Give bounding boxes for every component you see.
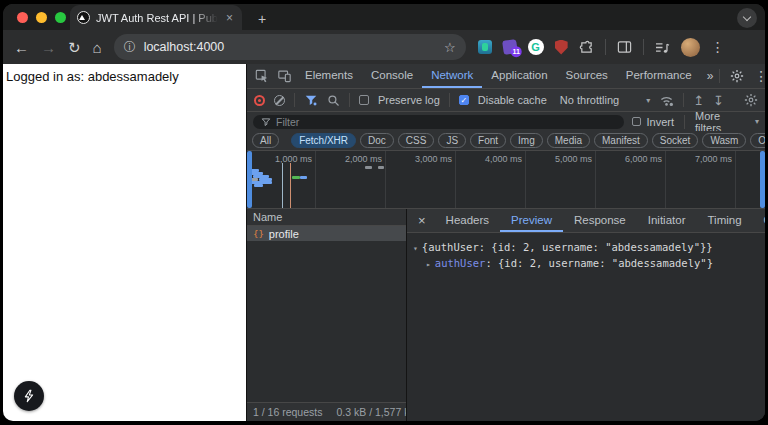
overview-event-marker <box>290 163 291 208</box>
chip-doc[interactable]: Doc <box>360 133 394 148</box>
chip-media[interactable]: Media <box>547 133 590 148</box>
overview-left-handle[interactable] <box>247 151 252 208</box>
toolbar-divider <box>684 115 685 129</box>
shield-extension-icon[interactable] <box>555 40 568 55</box>
chip-manifest[interactable]: Manifest <box>594 133 648 148</box>
tab-application[interactable]: Application <box>482 64 556 88</box>
more-tabs-button[interactable]: » <box>701 69 720 83</box>
overview-right-handle[interactable] <box>760 151 765 208</box>
chip-wasm[interactable]: Wasm <box>702 133 746 148</box>
search-icon[interactable] <box>327 94 340 107</box>
new-tab-button[interactable]: + <box>253 11 271 27</box>
profile-avatar[interactable] <box>681 38 700 57</box>
dev-toolbar-button[interactable] <box>14 381 44 411</box>
filter-funnel-icon[interactable] <box>304 93 318 107</box>
toolbar-divider <box>683 93 684 107</box>
throttling-select[interactable]: No throttling <box>560 94 619 106</box>
preview-line-1[interactable]: ▾{authUser: {id: 2, username: "abdessama… <box>413 240 759 256</box>
record-network-log-button[interactable] <box>254 95 265 106</box>
home-button[interactable]: ⌂ <box>93 40 102 55</box>
browser-window: JWT Auth Rest API | Public Pa × + ← → ↻ … <box>3 4 765 421</box>
network-main: Name {} profile 1 / 16 requests 0.3 kB /… <box>247 209 765 421</box>
detail-tab-response[interactable]: Response <box>563 209 637 232</box>
reload-button[interactable]: ↻ <box>68 40 81 55</box>
url-text[interactable]: localhost:4000 <box>144 40 436 54</box>
import-har-icon[interactable]: ↧ <box>713 93 724 108</box>
toolbar-divider <box>719 69 720 83</box>
extension-teal-icon[interactable] <box>478 40 492 54</box>
overview-gridline <box>595 151 596 208</box>
page-message: Logged in as: abdessamadely <box>6 69 243 84</box>
triangle-down-icon[interactable]: ▾ <box>413 244 418 253</box>
chip-other[interactable]: Other <box>750 133 765 148</box>
detail-tab-initiator[interactable]: Initiator <box>637 209 697 232</box>
devtools-menu-icon[interactable]: ⋮ <box>754 68 765 84</box>
inspect-element-icon[interactable] <box>255 69 269 83</box>
reading-list-icon[interactable] <box>617 40 632 54</box>
chip-css[interactable]: CSS <box>398 133 435 148</box>
network-conditions-icon[interactable] <box>659 94 674 107</box>
back-button[interactable]: ← <box>14 40 29 55</box>
devtools-tab-bar: ElementsConsoleNetworkApplicationSources… <box>247 64 765 89</box>
zoom-window-button[interactable] <box>55 12 66 23</box>
chip-js[interactable]: JS <box>438 133 466 148</box>
chip-socket[interactable]: Socket <box>652 133 699 148</box>
xhr-type-icon: {} <box>253 229 264 239</box>
grammarly-icon[interactable]: G <box>528 39 544 55</box>
tab-performance[interactable]: Performance <box>617 64 701 88</box>
chip-font[interactable]: Font <box>470 133 506 148</box>
tab-network[interactable]: Network <box>422 64 482 88</box>
network-overview[interactable]: 1,000 ms2,000 ms3,000 ms4,000 ms5,000 ms… <box>247 151 765 209</box>
overview-request-bar <box>378 166 384 169</box>
overview-gridline <box>665 151 666 208</box>
media-controls-icon[interactable] <box>655 41 670 54</box>
preserve-log-checkbox[interactable] <box>359 95 369 105</box>
chip-fetchxhr[interactable]: Fetch/XHR <box>291 133 356 148</box>
browser-menu-icon[interactable]: ⋮ <box>711 39 725 55</box>
tab-overflow-button[interactable] <box>737 8 757 28</box>
close-detail-icon[interactable]: × <box>409 213 435 228</box>
tab-title: JWT Auth Rest API | Public Pa <box>96 12 218 24</box>
toolbar-divider <box>605 39 606 55</box>
name-column-header[interactable]: Name <box>247 209 406 226</box>
preview-body: ▾{authUser: {id: 2, username: "abdessama… <box>407 233 765 279</box>
invert-checkbox[interactable] <box>632 117 641 126</box>
more-filters-button[interactable]: More filters <box>695 110 749 134</box>
tab-sources[interactable]: Sources <box>557 64 617 88</box>
address-bar[interactable]: ⓘ localhost:4000 ☆ <box>114 34 466 60</box>
extensions-puzzle-icon[interactable] <box>579 40 594 55</box>
tab-close-icon[interactable]: × <box>224 11 235 25</box>
overview-request-bar <box>365 166 372 169</box>
filter-input[interactable]: Filter <box>253 115 624 129</box>
tab-console[interactable]: Console <box>362 64 422 88</box>
device-toolbar-icon[interactable] <box>277 69 292 83</box>
detail-tab-timing[interactable]: Timing <box>696 209 752 232</box>
minimize-window-button[interactable] <box>36 12 47 23</box>
extension-purple-icon[interactable]: 11 <box>502 39 518 55</box>
network-settings-gear-icon[interactable] <box>744 93 758 107</box>
settings-gear-icon[interactable] <box>730 69 744 83</box>
tab-favicon-icon <box>77 11 90 24</box>
detail-tab-cookies[interactable]: Cookies <box>753 209 765 232</box>
request-name: profile <box>269 228 299 240</box>
disable-cache-checkbox[interactable]: ✓ <box>459 95 469 105</box>
toolbar-divider <box>643 39 644 55</box>
preview-line-2[interactable]: ▸authUser: {id: 2, username: "abdessamad… <box>426 256 759 272</box>
chip-img[interactable]: Img <box>510 133 543 148</box>
bookmark-star-icon[interactable]: ☆ <box>444 40 456 55</box>
browser-tab[interactable]: JWT Auth Rest API | Public Pa × <box>70 5 242 30</box>
detail-tab-headers[interactable]: Headers <box>435 209 500 232</box>
clear-network-log-button[interactable] <box>274 95 285 106</box>
tab-elements[interactable]: Elements <box>296 64 362 88</box>
triangle-right-icon[interactable]: ▸ <box>426 260 431 269</box>
forward-button[interactable]: → <box>41 40 56 55</box>
overview-event-marker <box>282 163 283 208</box>
request-row-profile[interactable]: {} profile <box>247 226 406 241</box>
close-window-button[interactable] <box>17 12 28 23</box>
export-har-icon[interactable]: ↥ <box>693 93 704 108</box>
filter-funnel-small-icon <box>261 117 271 127</box>
chip-all[interactable]: All <box>252 133 279 148</box>
invert-label: Invert <box>647 116 675 128</box>
detail-tab-preview[interactable]: Preview <box>500 209 563 232</box>
site-info-icon[interactable]: ⓘ <box>124 39 136 56</box>
